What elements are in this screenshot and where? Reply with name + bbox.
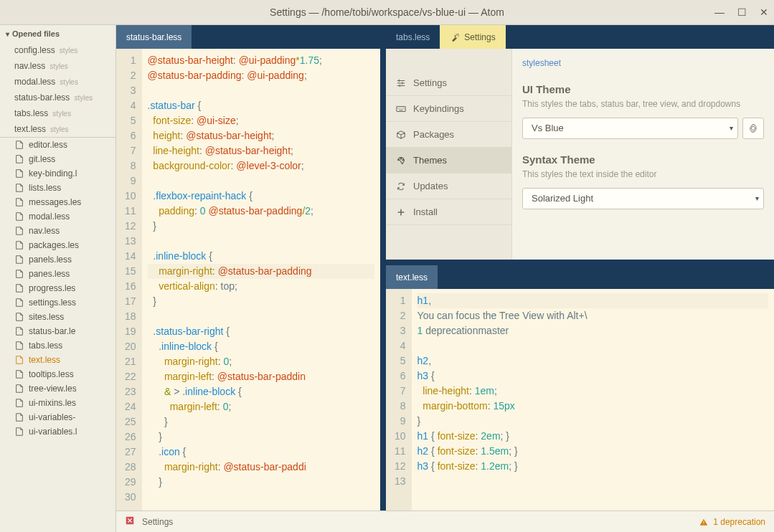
file-icon [14, 212, 24, 222]
tab-bar-right-bottom: text.less [386, 265, 774, 289]
opened-files-section: ▾ Opened files config.lessstylesnav.less… [0, 25, 115, 137]
left-pane: status-bar.less 123456789101112131415161… [116, 25, 386, 510]
ui-theme-gear-button[interactable] [742, 118, 764, 139]
svg-point-1 [399, 159, 400, 160]
git-icon[interactable] [125, 516, 135, 528]
tree-file-item[interactable]: packages.les [0, 238, 115, 252]
tree-file-item[interactable]: progress.les [0, 281, 115, 295]
file-icon [14, 398, 24, 408]
status-bar: Settings 1 deprecation [116, 510, 774, 532]
tab-bar-right-top: tabs.less Settings [386, 25, 774, 49]
tab-status-bar[interactable]: status-bar.less [116, 25, 192, 49]
file-icon [14, 183, 24, 193]
minimize-button[interactable]: — [714, 6, 725, 18]
svg-point-2 [400, 158, 401, 158]
svg-rect-0 [397, 106, 405, 111]
opened-file-item[interactable]: tabs.lessstyles [0, 105, 115, 121]
opened-file-item[interactable]: text.lessstyles [0, 121, 115, 137]
file-tree: editor.lessgit.lesskey-binding.llists.le… [0, 137, 115, 532]
opened-file-item[interactable]: config.lessstyles [0, 42, 115, 58]
file-icon [14, 355, 24, 365]
file-icon [14, 427, 24, 437]
code-area[interactable]: h1,You can focus the Tree View with Alt+… [412, 289, 774, 510]
tree-file-item[interactable]: editor.less [0, 138, 115, 152]
file-icon [14, 283, 24, 293]
file-icon [14, 326, 24, 336]
right-pane: tabs.less Settings Settings [386, 25, 774, 510]
code-area[interactable]: @status-bar-height: @ui-padding*1.75;@st… [142, 49, 380, 510]
stylesheet-link[interactable]: stylesheet [522, 58, 561, 68]
tree-file-item[interactable]: tooltips.less [0, 367, 115, 381]
tree-file-item[interactable]: status-bar.le [0, 324, 115, 338]
tree-file-item[interactable]: ui-variables.l [0, 424, 115, 439]
file-icon [14, 140, 24, 150]
file-icon [14, 312, 24, 322]
tab-tabs-less[interactable]: tabs.less [386, 25, 440, 49]
tree-file-item[interactable]: git.less [0, 152, 115, 166]
file-icon [14, 255, 24, 265]
tree-file-item[interactable]: nav.less [0, 224, 115, 238]
keyboard-icon [396, 104, 406, 114]
file-icon [14, 154, 24, 164]
tree-file-item[interactable]: ui-variables- [0, 410, 115, 424]
tree-file-item[interactable]: text.less [0, 353, 115, 367]
opened-files-header[interactable]: ▾ Opened files [0, 25, 115, 42]
file-icon [14, 298, 24, 308]
ui-theme-title: UI Theme [522, 83, 764, 95]
tree-file-item[interactable]: panels.less [0, 252, 115, 267]
file-icon [14, 240, 24, 250]
ui-theme-desc: This styles the tabs, status bar, tree v… [522, 98, 764, 110]
nav-install[interactable]: Install [386, 199, 511, 225]
chevron-down-icon: ▾ [6, 30, 9, 38]
gutter: 12345678910111213 [386, 289, 412, 510]
maximize-button[interactable]: ☐ [737, 6, 747, 18]
tree-file-item[interactable]: tabs.less [0, 338, 115, 353]
settings-nav: Settings Keybindings Packages [386, 49, 511, 260]
syntax-theme-title: Syntax Theme [522, 153, 764, 166]
gutter: 1234567891011121314151617181920212223242… [116, 49, 142, 510]
paint-icon [396, 156, 406, 166]
window-title: Settings — /home/tobi/workspace/vs-blue-… [270, 6, 504, 18]
file-icon [14, 168, 24, 179]
plus-icon [396, 207, 406, 217]
nav-updates[interactable]: Updates [386, 174, 511, 199]
tree-file-item[interactable]: panes.less [0, 267, 115, 281]
tree-file-item[interactable]: ui-mixins.les [0, 396, 115, 410]
nav-themes[interactable]: Themes [386, 148, 511, 174]
close-button[interactable]: ✕ [760, 6, 768, 18]
opened-file-item[interactable]: status-bar.lessstyles [0, 90, 115, 105]
tree-file-item[interactable]: sites.less [0, 310, 115, 324]
title-bar: Settings — /home/tobi/workspace/vs-blue-… [0, 0, 774, 25]
nav-settings[interactable]: Settings [386, 70, 511, 96]
editor-text-less[interactable]: 12345678910111213 h1,You can focus the T… [386, 289, 774, 510]
settings-body: stylesheet UI Theme This styles the tabs… [511, 49, 774, 260]
opened-file-item[interactable]: nav.lessstyles [0, 58, 115, 74]
tab-settings[interactable]: Settings [440, 25, 505, 49]
tab-bar-left: status-bar.less [116, 25, 380, 49]
tree-file-item[interactable]: messages.les [0, 195, 115, 209]
svg-point-3 [402, 159, 403, 160]
file-icon [14, 384, 24, 394]
editor-status-bar[interactable]: 1234567891011121314151617181920212223242… [116, 49, 380, 510]
tab-text-less[interactable]: text.less [386, 265, 438, 289]
sync-icon [396, 181, 406, 191]
tree-file-item[interactable]: key-binding.l [0, 166, 115, 181]
syntax-theme-select[interactable]: Solarized Light [522, 188, 764, 209]
warning-icon [699, 517, 709, 527]
nav-keybindings[interactable]: Keybindings [386, 96, 511, 122]
tree-file-item[interactable]: settings.less [0, 295, 115, 310]
nav-packages[interactable]: Packages [386, 122, 511, 148]
file-icon [14, 369, 24, 379]
tree-file-item[interactable]: lists.less [0, 181, 115, 195]
file-icon [14, 197, 24, 207]
tree-file-item[interactable]: tree-view.les [0, 381, 115, 396]
opened-file-item[interactable]: modal.lessstyles [0, 74, 115, 90]
wrench-icon [450, 32, 460, 42]
bottom-pane: text.less 12345678910111213 h1,You can f… [386, 260, 774, 510]
file-icon [14, 269, 24, 279]
deprecation-warning[interactable]: 1 deprecation [699, 517, 765, 527]
tree-file-item[interactable]: modal.less [0, 209, 115, 224]
ui-theme-select[interactable]: Vs Blue [522, 118, 738, 139]
status-settings-label[interactable]: Settings [142, 517, 173, 527]
package-icon [396, 130, 406, 140]
